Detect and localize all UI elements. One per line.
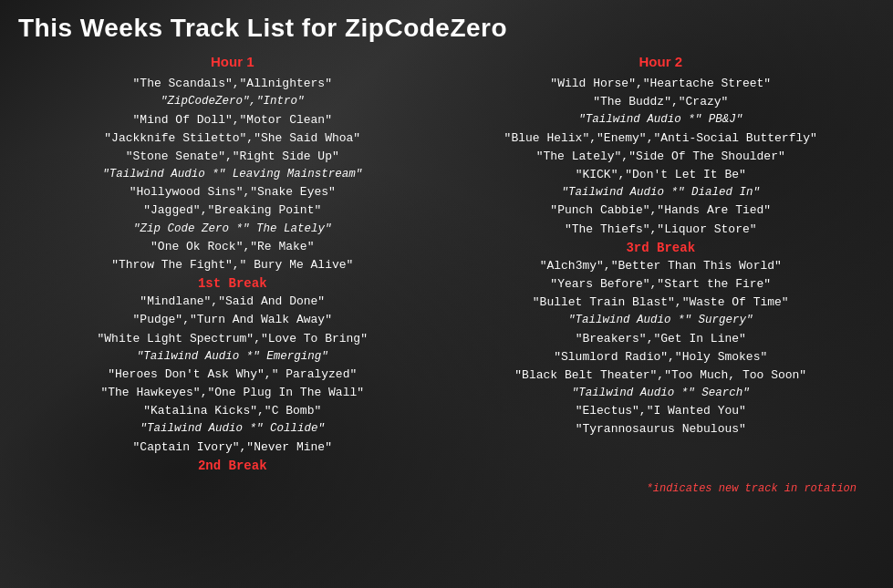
page-title: This Weeks Track List for ZipCodeZero [18,14,875,43]
track-line: "One Ok Rock","Re Make" [27,238,438,256]
track-line: "Tailwind Audio *" Surgery" [456,312,867,329]
track-line: "KICK","Don't Let It Be" [456,166,867,184]
track-line: "Tailwind Audio *" Dialed In" [456,184,867,201]
track-line: "Captain Ivory","Never Mine" [27,438,438,457]
track-line: "Jackknife Stiletto","She Said Whoa" [27,129,438,148]
track-line: "The Thiefs","Liquor Store" [456,221,867,239]
track-line: "Bullet Train Blast","Waste Of Time" [456,294,867,312]
hour1-tracks: "The Scandals","Allnighters""ZipCodeZero… [27,75,438,473]
track-line: "ZipCodeZero","Intro" [27,93,438,110]
track-line: "Slumlord Radio","Holy Smokes" [456,348,867,366]
footnote: *indicates new track in rotation [18,482,875,495]
track-line: "Blue Helix","Enemy","Anti-Social Butter… [456,129,867,148]
track-line: "Jagged","Breaking Point" [27,201,438,220]
hour2-header: Hour 2 [456,54,867,69]
hour2-tracks: "Wild Horse","Heartache Street""The Budd… [456,75,867,439]
track-line: "Heroes Don't Ask Why"," Paralyzed" [27,366,438,384]
track-line: "Pudge","Turn And Walk Away" [27,311,438,329]
track-line: "Zip Code Zero *" The Lately" [27,221,438,238]
track-line: "Tailwind Audio *" PB&J" [456,111,867,129]
track-line: "Tailwind Audio *" Search" [456,385,867,402]
track-line: "Electus","I Wanted You" [456,402,867,420]
track-line: 1st Break [27,276,438,291]
track-line: "Tyrannosaurus Nebulous" [456,420,867,438]
track-line: "Tailwind Audio *" Collide" [27,420,438,438]
track-line: "Alch3my","Better Than This World" [456,257,867,275]
track-line: 2nd Break [27,459,438,473]
track-line: "Tailwind Audio *" Leaving Mainstream" [27,166,438,183]
track-line: "The Buddz","Crazy" [456,93,867,111]
track-line: "The Lately","Side Of The Shoulder" [456,148,867,166]
track-line: "The Scandals","Allnighters" [27,75,438,93]
track-columns: Hour 1 "The Scandals","Allnighters""ZipC… [18,54,875,475]
track-line: "Throw The Fight"," Bury Me Alive" [27,256,438,274]
hour1-header: Hour 1 [27,54,438,69]
track-line: 3rd Break [456,241,867,255]
track-line: "Katalina Kicks","C Bomb" [27,402,438,420]
hour1-column: Hour 1 "The Scandals","Allnighters""ZipC… [18,54,447,475]
track-line: "Tailwind Audio *" Emerging" [27,348,438,366]
track-line: "White Light Spectrum","Love To Bring" [27,330,438,348]
track-line: "Years Before","Start the Fire" [456,275,867,294]
track-line: "Mindlane","Said And Done" [27,293,438,311]
track-line: "Black Belt Theater","Too Much, Too Soon… [456,366,867,385]
track-line: "Punch Cabbie","Hands Are Tied" [456,201,867,220]
track-line: "Hollywood Sins","Snake Eyes" [27,183,438,201]
track-line: "Stone Senate","Right Side Up" [27,148,438,166]
track-line: "Mind Of Doll","Motor Clean" [27,111,438,129]
track-line: "Wild Horse","Heartache Street" [456,75,867,93]
track-line: "Breakers","Get In Line" [456,330,867,348]
hour2-column: Hour 2 "Wild Horse","Heartache Street""T… [447,54,876,475]
track-line: "The Hawkeyes","One Plug In The Wall" [27,384,438,402]
page-content: This Weeks Track List for ZipCodeZero Ho… [0,0,893,509]
